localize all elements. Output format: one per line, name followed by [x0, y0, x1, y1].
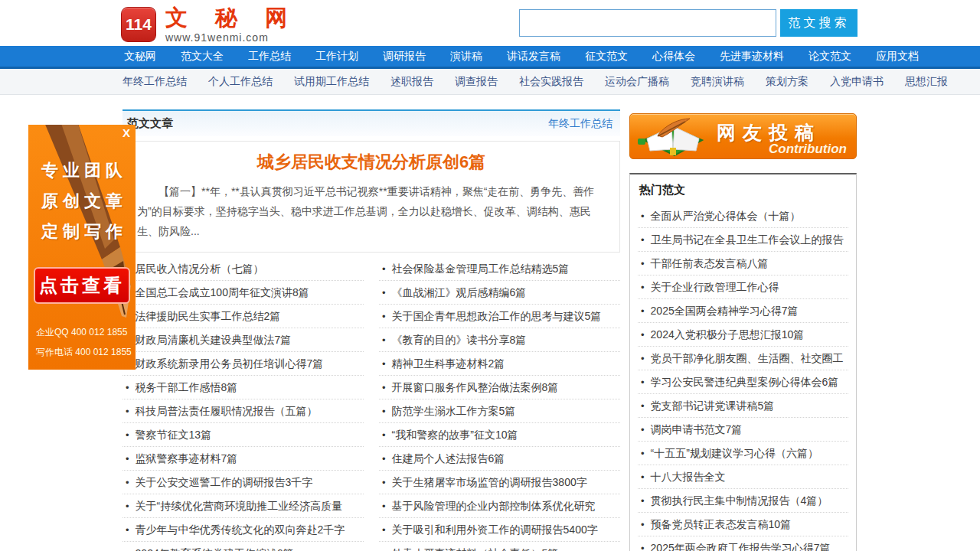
hot-article-link[interactable]: 预备党员转正表态发言稿10篇 [651, 518, 792, 530]
hot-articles-box: 热门范文 •全面从严治党心得体会（十篇）•卫生局书记在全县卫生工作会议上的报告•… [629, 173, 857, 551]
article-list-item: •关于生猪屠宰市场监管的调研报告3800字 [379, 471, 620, 494]
article-link[interactable]: 住建局个人述法报告6篇 [392, 452, 505, 465]
bullet-icon: • [641, 424, 645, 435]
article-link[interactable]: “我和警察的故事”征文10篇 [392, 429, 518, 441]
article-link[interactable]: 关于“持续优化营商环境助推工业经济高质量 [136, 500, 343, 512]
ad-slogan-line: 原创文章 [28, 186, 136, 217]
article-link[interactable]: 关于国企青年思想政治工作的思考与建议5篇 [392, 310, 602, 322]
subnav-item[interactable]: 述职报告 [380, 69, 444, 94]
nav-item[interactable]: 应用文档 [864, 46, 931, 67]
bullet-icon: • [382, 500, 386, 512]
category-link[interactable]: 年终工作总结 [548, 117, 612, 131]
bullet-icon: • [641, 543, 645, 551]
hot-article-link[interactable]: 卫生局书记在全县卫生工作会议上的报告 [651, 233, 844, 246]
hot-article-link[interactable]: 干部任前表态发言稿八篇 [651, 257, 769, 269]
subnav-item[interactable]: 社会实践报告 [508, 69, 594, 94]
article-link[interactable]: 法律援助民生实事工作总结2篇 [136, 310, 281, 322]
subnav-item[interactable]: 个人工作总结 [198, 69, 283, 94]
article-link[interactable]: 社会保险基金管理局工作总结精选5篇 [392, 262, 570, 275]
nav-item[interactable]: 工作总结 [236, 46, 303, 67]
bullet-icon: • [641, 519, 645, 530]
nav-item[interactable]: 征文范文 [573, 46, 640, 67]
article-link[interactable]: 防范学生溺水工作方案5篇 [392, 405, 516, 417]
subnav-item[interactable]: 竞聘演讲稿 [680, 69, 755, 94]
article-link[interactable]: 关于吸引和利用外资工作的调研报告5400字 [392, 523, 598, 536]
bullet-icon: • [126, 524, 129, 536]
article-list-item: •警察节征文13篇 [122, 423, 364, 447]
site-title: 文 秘 网 [165, 5, 298, 30]
hot-article-link[interactable]: 调岗申请书范文7篇 [651, 423, 743, 435]
hot-article-item: •学习公安民警违纪典型案例心得体会6篇 [638, 370, 848, 394]
ad-slogan-line: 定制写作 [28, 217, 136, 247]
nav-item[interactable]: 心得体会 [640, 46, 707, 67]
hot-article-item: •关于企业行政管理工作心得 [638, 276, 848, 299]
nav-item[interactable]: 工作计划 [303, 46, 371, 67]
banner-subtitle: Contribution [769, 142, 847, 157]
bullet-icon: • [382, 548, 386, 551]
close-icon[interactable]: X [122, 127, 130, 139]
search-input[interactable] [519, 9, 776, 37]
article-link[interactable]: 全国总工会成立100周年征文演讲8篇 [136, 286, 309, 298]
subnav-item[interactable]: 入党申请书 [819, 69, 894, 94]
article-link[interactable]: 税务干部工作感悟8篇 [136, 381, 238, 393]
nav-item[interactable]: 讲话发言稿 [495, 46, 573, 67]
hot-article-link[interactable]: 2024入党积极分子思想汇报10篇 [651, 328, 805, 341]
article-link[interactable]: 警察节征文13篇 [136, 429, 212, 441]
article-link[interactable]: 财政系统新录用公务员初任培训心得7篇 [136, 357, 324, 370]
floating-ad[interactable]: X 专业团队原创文章定制写作 点击查看 企业QQ 400 012 1855写作电… [28, 125, 136, 370]
article-link[interactable]: 关于公安交巡警工作的调研报告3千字 [136, 476, 313, 488]
nav-item[interactable]: 调研报告 [371, 46, 438, 67]
subnav-item[interactable]: 调查报告 [444, 69, 508, 94]
hot-article-link[interactable]: “十五五”规划建议学习心得（六篇） [651, 447, 818, 459]
hot-article-item: •“十五五”规划建议学习心得（六篇） [638, 442, 848, 465]
hot-article-link[interactable]: 党员干部净化朋友圈、生活圈、社交圈工 [651, 352, 844, 364]
open-book-icon [635, 117, 711, 158]
subnav-item[interactable]: 年终工作总结 [112, 69, 198, 94]
nav-item[interactable]: 范文大全 [168, 46, 236, 67]
article-link[interactable]: 2024年教育系统党建工作综述6篇 [136, 547, 294, 551]
section-header: 范文文章 年终工作总结 [122, 109, 620, 136]
article-link[interactable]: 青少年与中华优秀传统文化的双向奔赴2千字 [136, 523, 345, 536]
site-logo[interactable]: 114 文 秘 网 www.91wenmi.com [121, 5, 298, 44]
article-link[interactable]: 精神卫生科事迹材料2篇 [392, 357, 505, 370]
contribution-banner[interactable]: 网友投稿 Contribution [629, 113, 857, 159]
hot-article-link[interactable]: 十八大报告全文 [651, 471, 726, 483]
hot-article-link[interactable]: 党支部书记讲党课讲稿5篇 [651, 399, 775, 412]
nav-item[interactable]: 论文范文 [796, 46, 864, 67]
article-link[interactable]: 《教育的目的》读书分享8篇 [392, 334, 527, 346]
subnav-item[interactable]: 思想汇报 [894, 69, 959, 94]
article-link[interactable]: 居民收入情况分析（七篇） [136, 262, 264, 275]
article-link[interactable]: 关于生猪屠宰市场监管的调研报告3800字 [392, 476, 587, 488]
bullet-icon: • [126, 382, 129, 393]
article-link[interactable]: 开展窗口服务作风整治做法案例8篇 [392, 381, 559, 393]
hot-article-link[interactable]: 学习公安民警违纪典型案例心得体会6篇 [651, 376, 839, 388]
subnav-item[interactable]: 策划方案 [755, 69, 819, 94]
hot-article-link[interactable]: 全面从严治党心得体会（十篇） [651, 210, 801, 222]
nav-item[interactable]: 演讲稿 [438, 46, 495, 67]
featured-article-title[interactable]: 城乡居民收支情况分析原创6篇 [137, 151, 606, 174]
article-link[interactable]: 科技局普法责任履职情况报告（五篇） [136, 405, 318, 417]
search-button[interactable]: 范文搜索 [780, 9, 858, 37]
hot-article-link[interactable]: 2025全国两会精神学习心得7篇 [651, 305, 799, 317]
bullet-icon: • [382, 287, 386, 298]
subnav-item[interactable]: 运动会广播稿 [594, 69, 680, 94]
bullet-icon: • [126, 406, 129, 417]
article-link[interactable]: 基于风险管理的企业内部控制体系优化研究 [392, 500, 596, 512]
main-content: 范文文章 年终工作总结 城乡居民收支情况分析原创6篇 【篇一】**年，**县认真… [122, 109, 620, 551]
ad-slogan: 专业团队原创文章定制写作 [28, 155, 136, 247]
article-list-item: •精神卫生科事迹材料2篇 [379, 352, 620, 376]
subnav-item[interactable]: 试用期工作总结 [283, 69, 380, 94]
hot-article-link[interactable]: 关于企业行政管理工作心得 [651, 281, 779, 293]
article-link[interactable]: 监狱警察事迹材料7篇 [136, 452, 238, 465]
article-link[interactable]: 财政局清廉机关建设典型做法7篇 [136, 334, 292, 346]
nav-item[interactable]: 文秘网 [112, 46, 168, 67]
article-link[interactable]: 外卖小哥事迹材料（社会责任）5篇 [392, 547, 559, 551]
article-link[interactable]: 《血战湘江》观后感精编6篇 [392, 286, 527, 298]
hot-article-link[interactable]: 贯彻执行民主集中制情况报告（4篇） [651, 494, 828, 507]
article-list-item: •财政局清廉机关建设典型做法7篇 [122, 328, 364, 352]
sidebar: 网友投稿 Contribution 热门范文 •全面从严治党心得体会（十篇）•卫… [629, 113, 857, 551]
nav-item[interactable]: 先进事迹材料 [707, 46, 796, 67]
ad-view-button[interactable]: 点击查看 [34, 267, 130, 304]
hot-article-link[interactable]: 2025年两会政府工作报告学习心得7篇 [651, 542, 831, 551]
hot-article-item: •党支部书记讲党课讲稿5篇 [638, 394, 848, 418]
